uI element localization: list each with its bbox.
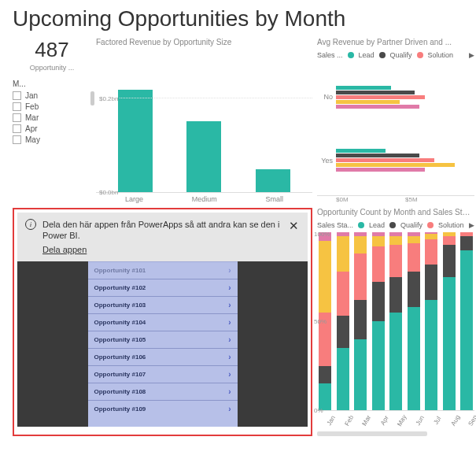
y-tick: 100% — [314, 231, 330, 238]
chevron-right-icon: › — [228, 370, 231, 379]
checkbox-icon[interactable] — [13, 135, 21, 144]
chevron-right-icon: › — [228, 266, 231, 275]
legend-more-icon[interactable]: ▶ — [469, 51, 474, 59]
stack-seg — [408, 243, 420, 272]
opportunity-count-chart[interactable]: Opportunity Count by Month and Sales Sta… — [317, 208, 474, 436]
hbar-seg — [336, 105, 419, 109]
slicer-item-mar[interactable]: Mar — [13, 113, 91, 122]
stack-seg — [337, 272, 349, 316]
stack-seg — [389, 245, 402, 277]
share-app-link[interactable]: Dela appen — [42, 244, 87, 255]
chevron-right-icon: › — [228, 301, 231, 309]
list-item[interactable]: Opportunity #105› — [88, 331, 238, 348]
stack-col[interactable] — [372, 232, 385, 410]
legend-label: Solution — [428, 51, 454, 59]
stack-col[interactable] — [337, 232, 349, 410]
list-item[interactable]: Opportunity #101› — [88, 261, 238, 279]
hbar-seg — [336, 86, 391, 90]
stack-seg — [443, 236, 456, 245]
stack-seg — [408, 307, 420, 410]
kpi-value: 487 — [13, 38, 91, 62]
stack-seg — [425, 265, 437, 300]
x-label: Small — [266, 195, 284, 203]
chart-title: Opportunity Count by Month and Sales Sta… — [317, 208, 474, 216]
list-item[interactable]: Opportunity #104› — [88, 313, 238, 331]
powerapps-embed: i Dela den här appen från PowerApps så a… — [13, 208, 312, 436]
list-item[interactable]: Opportunity #108› — [88, 383, 238, 400]
stack-col[interactable] — [354, 232, 367, 410]
hbar-seg — [336, 154, 419, 157]
stack-seg — [425, 239, 437, 265]
item-label: Opportunity #107 — [94, 371, 146, 378]
stack-seg — [389, 277, 402, 313]
legend-dot-icon — [427, 222, 434, 228]
list-item[interactable]: Opportunity #102› — [88, 279, 238, 296]
stack-seg — [354, 339, 367, 410]
stack-col[interactable] — [389, 232, 402, 410]
legend-dot-icon — [389, 222, 396, 228]
legend-label: Lead — [369, 221, 385, 229]
hbar-seg — [336, 100, 400, 104]
checkbox-icon[interactable] — [13, 91, 21, 100]
stack-col[interactable] — [425, 232, 437, 410]
chevron-right-icon: › — [228, 353, 231, 361]
stack-col[interactable] — [443, 232, 456, 410]
checkbox-icon[interactable] — [13, 124, 21, 133]
share-banner: i Dela den här appen från PowerApps så a… — [17, 213, 308, 261]
legend-more-icon[interactable]: ▶ — [469, 221, 474, 229]
item-label: Opportunity #109 — [94, 405, 146, 413]
x-label: Medium — [192, 195, 217, 203]
stack-seg — [337, 316, 349, 348]
stack-seg — [460, 236, 473, 250]
stack-seg — [372, 236, 385, 247]
hbar-row-yes[interactable]: Yes — [317, 149, 474, 172]
list-item[interactable]: Opportunity #107› — [88, 365, 238, 383]
hbar-row-no[interactable]: No — [317, 86, 474, 109]
slicer-item-jan[interactable]: Jan — [13, 91, 91, 100]
checkbox-icon[interactable] — [13, 102, 21, 111]
list-item[interactable]: Opportunity #109› — [88, 400, 238, 417]
gridline — [120, 98, 312, 98]
avg-revenue-chart[interactable]: Avg Revenue by Partner Driven and ... Sa… — [317, 38, 474, 203]
y-tick: 50% — [314, 318, 327, 325]
slicer-item-may[interactable]: May — [13, 135, 91, 144]
stack-col[interactable] — [408, 232, 420, 410]
bar-small[interactable] — [256, 169, 290, 192]
bar-medium[interactable] — [186, 121, 221, 193]
x-label: Mar — [360, 413, 373, 427]
scrollbar-thumb[interactable] — [90, 91, 94, 105]
info-icon: i — [25, 219, 36, 230]
item-label: Opportunity #105 — [94, 336, 146, 343]
x-label: Jul — [431, 413, 444, 427]
legend-label: Lead — [359, 51, 375, 59]
slicer-item-apr[interactable]: Apr — [13, 124, 91, 133]
checkbox-icon[interactable] — [13, 113, 21, 122]
x-label: Aug — [449, 413, 462, 427]
stack-seg — [337, 348, 349, 410]
slicer-item-label: May — [25, 135, 40, 144]
chevron-right-icon: › — [228, 283, 231, 292]
stack-col[interactable] — [460, 232, 473, 410]
stack-seg — [354, 254, 367, 300]
opportunity-list[interactable]: Opportunity #101› Opportunity #102› Oppo… — [88, 261, 238, 427]
close-icon[interactable]: ✕ — [287, 219, 300, 233]
factored-revenue-chart[interactable]: Factored Revenue by Opportunity Size $0.… — [96, 38, 312, 203]
stack-seg — [443, 277, 456, 411]
list-item[interactable]: Opportunity #106› — [88, 348, 238, 365]
app-canvas: Opportunity #101› Opportunity #102› Oppo… — [17, 261, 308, 427]
item-label: Opportunity #106 — [94, 353, 146, 361]
bar-large[interactable] — [118, 90, 153, 192]
item-label: Opportunity #104 — [94, 319, 146, 326]
list-item[interactable]: Opportunity #103› — [88, 296, 238, 313]
stack-seg — [425, 234, 437, 239]
legend-dot-icon — [358, 222, 364, 228]
y-tick: $0.2bn — [99, 94, 118, 102]
x-label: Feb — [343, 413, 356, 427]
hbar-seg — [336, 163, 455, 167]
slicer-item-feb[interactable]: Feb — [13, 102, 91, 111]
hbar-seg — [336, 95, 425, 99]
slicer-item-label: Jan — [25, 91, 38, 100]
chart-scrollbar[interactable] — [317, 431, 427, 436]
stack-seg — [425, 300, 437, 410]
stack-seg — [372, 282, 385, 321]
